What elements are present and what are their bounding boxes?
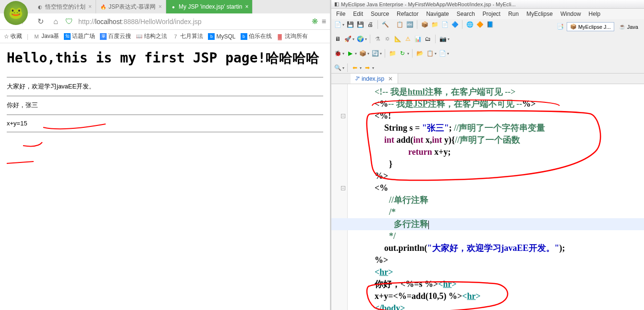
menu-search[interactable]: Search	[454, 10, 478, 18]
tool-icon[interactable]: ⚗	[373, 35, 382, 43]
bookmark-item[interactable]: bMySQL	[208, 33, 235, 40]
tool-icon[interactable]: 🔄	[371, 49, 379, 58]
close-icon[interactable]: ✕	[388, 75, 393, 82]
tool-icon[interactable]: 🔤	[405, 20, 414, 29]
menu-file[interactable]: File	[333, 10, 348, 18]
tool-icon[interactable]: 📁	[430, 20, 439, 29]
saveall-icon[interactable]: 💾	[356, 20, 365, 29]
editor-tabs: J* index.jsp ✕	[331, 74, 644, 84]
browser-tab-active[interactable]: ● My JSP 'index.jsp' startin ×	[166, 0, 253, 13]
back-icon[interactable]: ⬅	[351, 63, 359, 72]
address-bar: 〈 〉 ↻ ⌂ 🛡 http://localhost:8888/HelloWor…	[0, 13, 330, 30]
menu-edit[interactable]: Edit	[350, 10, 366, 18]
refresh-button[interactable]: ↻	[35, 16, 46, 27]
tool-icon[interactable]: ⚠	[403, 35, 412, 43]
browser-tab[interactable]: ◐ 悟空悟空的计划 ×	[33, 0, 96, 13]
tool-icon[interactable]: 🗂	[424, 35, 432, 43]
perspective-button[interactable]: 📦 MyEclipse J...	[567, 22, 614, 31]
fold-icon[interactable]: −	[341, 114, 345, 118]
tab-close-icon[interactable]: ×	[88, 3, 92, 10]
menu-refactor[interactable]: Refactor	[394, 10, 421, 18]
divider	[7, 114, 323, 115]
bookmark-item[interactable]: MJava基	[33, 32, 59, 40]
browser-tab[interactable]: 🔥 JSP表达式-慕课网 ×	[96, 0, 166, 13]
bookmark-item[interactable]: b伯乐在线	[241, 32, 272, 40]
menu-help[interactable]: Help	[586, 10, 604, 18]
tool-icon[interactable]: 📁	[388, 49, 397, 58]
page-icon: ●	[170, 3, 177, 10]
app-icon: ◧	[334, 1, 339, 7]
editor-tab[interactable]: J* index.jsp ✕	[351, 74, 398, 84]
tab-close-icon[interactable]: ×	[158, 3, 162, 10]
content-line: 你好，张三	[7, 101, 323, 110]
tool-icon[interactable]: 📄	[440, 20, 449, 29]
menu-button[interactable]: ≡	[322, 17, 326, 26]
refresh-icon[interactable]: ↻	[398, 49, 407, 58]
tool-icon[interactable]: 🔍	[333, 63, 342, 72]
forward-icon[interactable]: ➡	[363, 63, 372, 72]
bookmark-item[interactable]: 知话题广场	[64, 32, 95, 40]
deploy-icon[interactable]: 🚀	[343, 35, 352, 43]
tab-label: 悟空悟空的计划	[45, 3, 85, 11]
bookmark-item[interactable]: ▓沈询所有	[277, 32, 308, 40]
persp-open-icon[interactable]: 📑	[556, 22, 565, 31]
extension-icon[interactable]: ❋	[312, 17, 318, 26]
tool-icon[interactable]: 📐	[393, 35, 402, 43]
page-content: Hello,this is my first JSP page!哈哈哈哈 大家好…	[0, 43, 330, 143]
perspective-switcher: 📑 📦 MyEclipse J... ☕ Java	[556, 22, 641, 31]
url-input[interactable]: http://localhost:8888/HelloWorld/index.j…	[77, 16, 308, 27]
server-icon[interactable]: 🖥	[333, 35, 342, 43]
code-editor[interactable]: <!-- 我是html注释，在客户端可见 --> <%-- 我是JSP注释，在客…	[331, 84, 644, 310]
tool-icon[interactable]: ⛭	[383, 35, 392, 43]
home-button[interactable]: ⌂	[50, 16, 61, 27]
ide-title-text: MyEclipse Java Enterprise - MyFirstWebAp…	[341, 1, 516, 7]
perspective-button[interactable]: ☕ Java	[616, 22, 641, 31]
menu-navigate[interactable]: Navigate	[423, 10, 451, 18]
ide-window: ◧ MyEclipse Java Enterprise - MyFirstWeb…	[331, 0, 644, 310]
build-icon[interactable]: 🔨	[381, 20, 389, 29]
editor-area: J* index.jsp ✕ <!-- 我是html注释，在客户端可见 --> …	[331, 74, 644, 310]
java-icon: ☕	[619, 24, 626, 30]
save-icon[interactable]: 💾	[346, 20, 354, 29]
tab-icon: ◐	[36, 3, 43, 10]
browser-window: 🐸 ◐ 悟空悟空的计划 × 🔥 JSP表达式-慕课网 × ● My JSP 'i…	[0, 0, 331, 310]
tool-icon[interactable]: 📊	[413, 35, 422, 43]
shield-icon[interactable]: 🛡	[65, 17, 73, 26]
bookmark-item[interactable]: 📖结构之法	[136, 32, 167, 40]
tool-icon[interactable]: 🔶	[475, 20, 484, 29]
content-line: 大家好，欢迎学习javaEE开发。	[7, 82, 323, 91]
tab-close-icon[interactable]: ×	[245, 3, 248, 10]
bookmark-item[interactable]: 掌百度云搜	[100, 32, 131, 40]
bookmark-star[interactable]: ☆ 收藏	[4, 32, 22, 40]
profile-avatar[interactable]: 🐸	[4, 1, 28, 25]
tool-icon[interactable]: 📘	[486, 20, 494, 29]
menu-run[interactable]: Run	[505, 10, 522, 18]
globe-icon[interactable]: 🌍	[356, 35, 365, 43]
folder-icon[interactable]: 📂	[415, 49, 424, 58]
tool-icon[interactable]: 🔷	[450, 20, 459, 29]
tool-icon[interactable]: 📦	[420, 20, 429, 29]
new-icon[interactable]: 📄	[333, 20, 342, 29]
bookmark-item[interactable]: 7七月算法	[172, 32, 203, 40]
ide-titlebar: ◧ MyEclipse Java Enterprise - MyFirstWeb…	[331, 0, 644, 9]
jsp-icon: J*	[355, 76, 360, 81]
divider	[7, 77, 323, 77]
debug-icon[interactable]: 🐞	[333, 49, 342, 58]
tool-icon[interactable]: 📋	[425, 49, 434, 58]
tool-icon[interactable]: 🌐	[465, 20, 474, 29]
menu-myeclipse[interactable]: MyEclipse	[523, 10, 556, 18]
tab-label: My JSP 'index.jsp' startin	[179, 3, 242, 10]
fold-icon[interactable]: −	[341, 186, 345, 190]
menu-source[interactable]: Source	[368, 10, 392, 18]
run-icon[interactable]: ▶	[346, 49, 354, 58]
menu-window[interactable]: Window	[558, 10, 584, 18]
tool-icon[interactable]: 📋	[395, 20, 404, 29]
divider	[7, 96, 323, 96]
camera-icon[interactable]: 📷	[438, 35, 447, 43]
menu-project[interactable]: Project	[480, 10, 503, 18]
tool-icon[interactable]: 📄	[438, 49, 447, 58]
print-icon[interactable]: 🖨	[366, 20, 375, 29]
content-line: x+y=15	[7, 120, 323, 127]
fire-icon: 🔥	[100, 3, 107, 10]
tool-icon[interactable]: 📦	[358, 49, 367, 58]
